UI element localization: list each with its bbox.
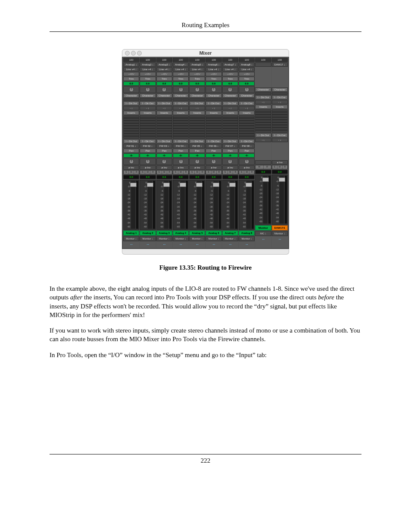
trim-value[interactable]: 0.0 xyxy=(140,81,156,86)
output-selector[interactable]: MC ↓ xyxy=(255,231,271,236)
pre-direct-out-selector[interactable]: - ↓ xyxy=(255,100,271,104)
fader[interactable]: 6-0--6-12-18-24-30-36-42-48-54-60 xyxy=(123,180,139,230)
mute-button[interactable]: M xyxy=(129,171,134,174)
fader[interactable]: 6-0--6-12-18-24-30-36-42-48-54-60 xyxy=(222,180,238,230)
trim-value[interactable]: 0.0 xyxy=(206,81,221,86)
mute-button[interactable]: M xyxy=(145,171,150,174)
trim-knob[interactable] xyxy=(189,86,205,93)
fader-cap[interactable] xyxy=(147,183,153,187)
line-level-selector[interactable]: Line +4 ↓ xyxy=(123,67,139,72)
mute-button[interactable]: M xyxy=(162,171,167,174)
output-selector[interactable]: Monitor ↓ xyxy=(272,231,288,236)
character-slot[interactable] xyxy=(239,98,255,101)
line-level-selector[interactable]: Line +4 ↓ xyxy=(156,67,172,72)
post-direct-out-selector[interactable]: - ↓ xyxy=(255,138,271,142)
phantom-power-button[interactable]: +48V xyxy=(189,72,205,76)
trim-value[interactable]: 0.0 xyxy=(189,81,205,86)
pre-direct-out-selector[interactable]: - ↓ xyxy=(206,106,221,110)
record-button[interactable]: R xyxy=(184,171,188,174)
stereo-link-icon[interactable]: ↔ xyxy=(140,242,156,248)
fader-cap[interactable] xyxy=(279,177,285,182)
mute-button[interactable]: M xyxy=(244,171,249,174)
pre-direct-out-selector[interactable]: - ↓ xyxy=(272,100,288,104)
channel-name[interactable]: Analog 3 xyxy=(156,230,172,236)
solo-button[interactable]: S xyxy=(223,171,228,174)
polarity-invert-button[interactable]: ø Inv xyxy=(222,165,238,170)
pan-value[interactable]: -0- xyxy=(173,153,189,158)
pan-value[interactable]: -0- xyxy=(140,153,156,158)
solo-button[interactable]: S xyxy=(190,171,195,174)
phantom-power-button[interactable]: +48V xyxy=(206,72,221,76)
line-level-selector[interactable]: Line +4 ↓ xyxy=(140,67,156,72)
solo-button[interactable]: S xyxy=(173,171,178,174)
stereo-link-icon[interactable]: ↔ xyxy=(255,236,271,243)
fader-value[interactable]: 0.0 xyxy=(272,170,288,174)
source-selector[interactable]: Analog7 ↓ xyxy=(222,62,238,67)
fader[interactable]: 6-0--6-12-18-24-30-36-42-48-54-60 xyxy=(189,180,205,230)
trim-value[interactable]: 0.0 xyxy=(239,81,255,86)
fader-value[interactable]: 0.0 xyxy=(140,175,156,179)
insert-slot[interactable] xyxy=(156,136,172,139)
fader-value[interactable]: 0.0 xyxy=(206,175,221,179)
solo-button[interactable]: S xyxy=(157,171,162,174)
fader-track[interactable] xyxy=(214,181,218,229)
mute-button[interactable]: M xyxy=(255,165,263,169)
polarity-invert-button[interactable]: ø Inv xyxy=(156,165,172,170)
pan-knob[interactable] xyxy=(156,158,172,165)
fader-value[interactable]: 0.0 xyxy=(255,170,271,174)
fader-cap[interactable] xyxy=(213,183,219,187)
trim-value[interactable]: 0.0 xyxy=(123,81,139,86)
source-selector[interactable]: Analog5 ↓ xyxy=(189,62,205,67)
record-button[interactable]: R xyxy=(283,165,287,169)
line-level-selector[interactable]: Line +4 ↓ xyxy=(189,67,205,72)
trim-knob[interactable] xyxy=(123,86,139,93)
trim-value[interactable]: 0.0 xyxy=(156,81,172,86)
line-level-selector[interactable]: Line +4 ↓ xyxy=(173,67,189,72)
pan-value[interactable]: -0- xyxy=(156,153,172,158)
pan-value[interactable]: -0- xyxy=(222,153,238,158)
zoom-icon[interactable] xyxy=(137,51,142,56)
post-direct-out-selector[interactable]: FW 03 ↓ xyxy=(156,144,172,148)
fader-value[interactable]: 0.0 xyxy=(239,175,255,179)
fader-value[interactable]: 0.0 xyxy=(173,175,189,179)
insert-slot[interactable] xyxy=(173,136,189,139)
insert-slot[interactable] xyxy=(222,136,238,139)
fader-cap[interactable] xyxy=(229,183,236,187)
polarity-invert-button[interactable]: ø Inv xyxy=(272,160,288,165)
insert-slot[interactable] xyxy=(140,136,156,139)
output-selector[interactable]: Monitor ↓ xyxy=(239,236,255,241)
output-selector[interactable]: Monitor ↓ xyxy=(173,236,189,241)
pan-knob[interactable] xyxy=(140,158,156,165)
trim-knob[interactable] xyxy=(239,86,255,93)
channel-name[interactable]: Analog 4 xyxy=(173,230,189,236)
channel-name[interactable]: DAW17/1 xyxy=(272,225,288,230)
fader-cap[interactable] xyxy=(163,183,170,187)
post-direct-out-selector[interactable]: FW 05 ↓ xyxy=(189,144,205,148)
fader-value[interactable]: 0.0 xyxy=(156,175,172,179)
fader[interactable]: 6-0--6-12-18-24-30-36-42-48-54-60 xyxy=(255,174,271,225)
stereo-link-icon[interactable]: ↔ xyxy=(173,242,189,248)
phantom-power-button[interactable]: +48V xyxy=(123,72,139,76)
fader-cap[interactable] xyxy=(130,183,137,187)
pre-direct-out-selector[interactable]: - ↓ xyxy=(156,106,172,110)
pan-knob[interactable] xyxy=(239,158,255,165)
character-slot[interactable] xyxy=(173,98,189,101)
stereo-link-icon[interactable]: ↔ xyxy=(189,242,205,248)
channel-name[interactable]: Analog 7 xyxy=(222,230,238,236)
horizontal-scrollbar[interactable] xyxy=(122,249,289,255)
source-selector[interactable]: Analog6 ↓ xyxy=(206,62,221,67)
fader-value[interactable]: 0.0 xyxy=(123,175,139,179)
record-button[interactable]: R xyxy=(167,171,172,174)
record-button[interactable]: R xyxy=(264,165,271,169)
character-slot[interactable] xyxy=(189,98,205,101)
output-selector[interactable]: Monitor ↓ xyxy=(123,236,139,241)
pre-direct-out-selector[interactable]: - ↓ xyxy=(189,106,205,110)
solo-button[interactable]: S xyxy=(140,171,145,174)
fader-track[interactable] xyxy=(246,181,251,229)
polarity-invert-button[interactable]: ø Inv xyxy=(123,165,139,170)
pre-direct-out-selector[interactable]: - ↓ xyxy=(140,106,156,110)
fader-value[interactable]: 0.0 xyxy=(222,175,238,179)
close-icon[interactable] xyxy=(125,51,130,56)
trim-value[interactable]: 0.0 xyxy=(222,81,238,86)
output-selector[interactable]: Monitor ↓ xyxy=(140,236,156,241)
